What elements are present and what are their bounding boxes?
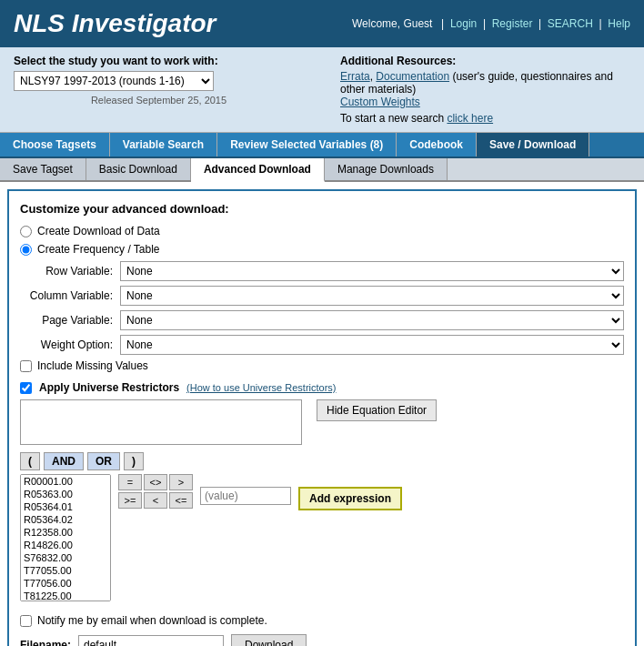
errata-link[interactable]: Errata — [340, 70, 370, 83]
op-gte-button[interactable]: >= — [118, 492, 142, 509]
include-missing-label: Include Missing Values — [37, 359, 148, 372]
tab-save-tagset[interactable]: Save Tagset — [0, 158, 86, 180]
filename-label: Filename: — [20, 639, 71, 646]
weight-option-row: Weight Option: None — [20, 335, 624, 355]
op-eq-button[interactable]: = — [118, 474, 142, 490]
weight-option-select[interactable]: None — [120, 335, 624, 355]
content-title: Customize your advanced download: — [20, 202, 624, 216]
new-search-text: To start a new search — [340, 112, 444, 125]
hide-equation-button[interactable]: Hide Equation Editor — [317, 399, 437, 421]
tab-save-download[interactable]: Save / Download — [477, 133, 589, 156]
login-link[interactable]: Login — [450, 17, 477, 30]
notify-label: Notify me by email when download is comp… — [37, 614, 267, 627]
page-variable-row: Page Variable: None — [20, 310, 624, 330]
page-variable-label: Page Variable: — [20, 314, 120, 327]
download-button[interactable]: Download — [231, 634, 307, 646]
study-bar: Select the study you want to work with: … — [0, 47, 644, 133]
how-to-use-link[interactable]: (How to use Universe Restrictors) — [186, 382, 336, 393]
register-link[interactable]: Register — [492, 17, 533, 30]
study-label: Select the study you want to work with: — [14, 55, 304, 67]
op-gt-button[interactable]: > — [169, 474, 193, 490]
tab-codebook[interactable]: Codebook — [397, 133, 477, 156]
tab-variable-search[interactable]: Variable Search — [110, 133, 217, 156]
row-variable-select[interactable]: None — [120, 261, 624, 281]
universe-header: Apply Universe Restrictors (How to use U… — [20, 381, 624, 394]
open-paren-button[interactable]: ( — [20, 452, 40, 470]
additional-links: Errata, Documentation (user's guide, que… — [340, 70, 630, 108]
additional-label: Additional Resources: — [340, 55, 630, 67]
page-variable-select[interactable]: None — [120, 310, 624, 330]
radio-create-freq-row: Create Frequency / Table — [20, 243, 624, 256]
universe-section: Apply Universe Restrictors (How to use U… — [20, 381, 624, 601]
value-input[interactable] — [200, 487, 291, 505]
click-here-link[interactable]: click here — [447, 112, 493, 125]
notify-checkbox[interactable] — [20, 615, 32, 627]
op-lt-button[interactable]: < — [144, 492, 167, 509]
universe-row: Hide Equation Editor — [20, 399, 624, 445]
help-link[interactable]: Help — [608, 17, 630, 30]
tab-choose-tagsets[interactable]: Choose Tagsets — [0, 133, 110, 156]
include-missing-row: Include Missing Values — [20, 359, 624, 372]
universe-textarea[interactable] — [20, 399, 302, 445]
var-expr-row: R00001.00R05363.00R05364.01R05364.02R123… — [20, 474, 624, 601]
content-area: Customize your advanced download: Create… — [7, 189, 637, 646]
notify-row: Notify me by email when download is comp… — [20, 614, 624, 627]
radio-create-data[interactable] — [20, 226, 32, 237]
col-variable-select[interactable]: None — [120, 286, 624, 306]
include-missing-checkbox[interactable] — [20, 360, 32, 372]
eq-btn-row-top: ( AND OR ) — [20, 452, 624, 470]
op-row-2: >= < <= — [118, 492, 193, 509]
and-button[interactable]: AND — [44, 452, 84, 470]
study-released: Released September 25, 2015 — [14, 95, 304, 106]
op-neq-button[interactable]: <> — [144, 474, 167, 490]
op-row-1: = <> > — [118, 474, 193, 490]
equation-editor: ( AND OR ) R00001.00R05363.00R05364.01R0… — [20, 452, 624, 601]
filename-input[interactable] — [78, 635, 224, 646]
study-right: Additional Resources: Errata, Documentat… — [340, 55, 630, 125]
sub-nav: Save Tagset Basic Download Advanced Down… — [0, 158, 644, 182]
search-link[interactable]: SEARCH — [548, 17, 593, 30]
custom-weights-link[interactable]: Custom Weights — [340, 96, 420, 108]
radio-create-data-label: Create Download of Data — [37, 225, 160, 237]
tab-review-selected[interactable]: Review Selected Variables (8) — [217, 133, 397, 156]
radio-create-freq-label: Create Frequency / Table — [37, 243, 160, 256]
radio-create-freq[interactable] — [20, 244, 32, 256]
main-nav: Choose Tagsets Variable Search Review Se… — [0, 133, 644, 158]
op-lte-button[interactable]: <= — [169, 492, 193, 509]
tab-manage-downloads[interactable]: Manage Downloads — [325, 158, 448, 180]
radio-create-data-row: Create Download of Data — [20, 225, 624, 237]
study-left: Select the study you want to work with: … — [14, 55, 304, 125]
app-title: NLS Investigator — [14, 9, 216, 38]
row-variable-row: Row Variable: None — [20, 261, 624, 281]
weight-option-label: Weight Option: — [20, 338, 120, 351]
variable-list[interactable]: R00001.00R05363.00R05364.01R05364.02R123… — [20, 474, 111, 601]
study-select[interactable]: NLSY97 1997-2013 (rounds 1-16) — [14, 71, 214, 91]
row-variable-label: Row Variable: — [20, 265, 120, 278]
tab-advanced-download[interactable]: Advanced Download — [191, 158, 325, 182]
tab-basic-download[interactable]: Basic Download — [86, 158, 191, 180]
or-button[interactable]: OR — [87, 452, 120, 470]
apply-universe-label: Apply Universe Restrictors — [39, 381, 179, 394]
close-paren-button[interactable]: ) — [124, 452, 144, 470]
new-search: To start a new search click here — [340, 112, 630, 125]
documentation-link[interactable]: Documentation — [376, 70, 449, 83]
apply-universe-checkbox[interactable] — [20, 382, 32, 394]
add-expression-button[interactable]: Add expression — [298, 487, 402, 510]
header: NLS Investigator Welcome, Guest | Login … — [0, 0, 644, 47]
col-variable-label: Column Variable: — [20, 289, 120, 302]
welcome-text: Welcome, Guest — [352, 17, 432, 30]
col-variable-row: Column Variable: None — [20, 286, 624, 306]
filename-row: Filename: Download — [20, 634, 624, 646]
header-right: Welcome, Guest | Login | Register | SEAR… — [349, 17, 630, 30]
operator-buttons: = <> > >= < <= — [118, 474, 193, 509]
